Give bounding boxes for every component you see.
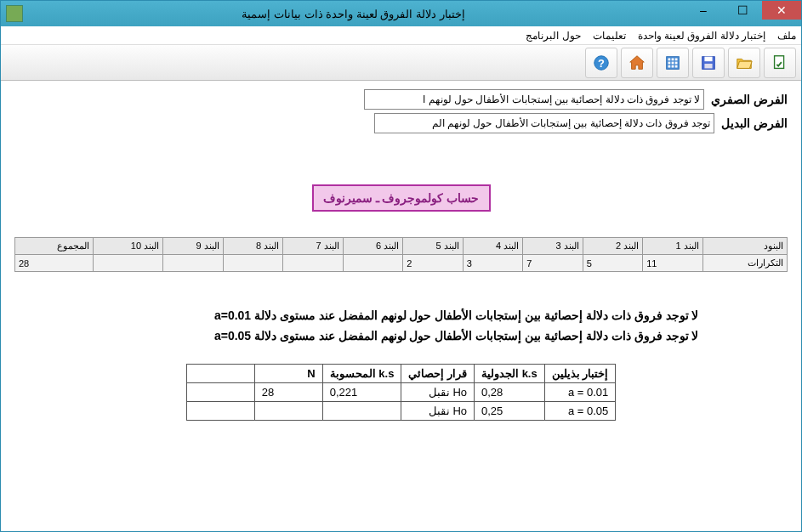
grid-cell[interactable]: 7	[523, 255, 583, 272]
result-header: k.s المحسوبة	[322, 364, 401, 382]
grid-header: البنود	[702, 238, 787, 255]
grid-cell[interactable]	[93, 255, 162, 272]
grid-header: البند 10	[93, 238, 162, 255]
calculate-button[interactable]: حساب كولموجروف ـ سميرنوف	[312, 184, 491, 212]
grid-cell[interactable]: 3	[463, 255, 523, 272]
window-title: إختبار دلالة الفروق لعينة واحدة ذات بيان…	[23, 8, 684, 20]
result-cell: 0,28	[475, 382, 545, 401]
svg-rect-9	[672, 61, 674, 64]
svg-rect-7	[675, 58, 678, 60]
result-cell: Ho نقبل	[401, 401, 475, 420]
results-table: إختبار بذيلين k.s الجدولية قرار إحصائي k…	[186, 364, 617, 421]
svg-rect-13	[675, 65, 678, 67]
result-cell: 0,25	[475, 401, 545, 420]
table-row: a = 0.05 0,25 Ho نقبل	[186, 401, 616, 420]
grid-header: البند 3	[523, 238, 583, 255]
svg-rect-5	[668, 58, 671, 60]
app-window: إختبار دلالة الفروق لعينة واحدة ذات بيان…	[0, 0, 802, 532]
maximize-button[interactable]: ☐	[723, 1, 762, 20]
result-cell: a = 0.05	[544, 401, 616, 420]
grid-header: البند 8	[223, 238, 283, 255]
minimize-button[interactable]: –	[684, 1, 723, 20]
alt-hypothesis-input[interactable]	[374, 113, 714, 133]
summary-text: لا توجد فروق ذات دلالة إحصائية بين إستجا…	[104, 306, 699, 347]
grid-cell[interactable]: 2	[403, 255, 464, 272]
result-header	[186, 364, 254, 382]
grid-header: البند 5	[403, 238, 464, 255]
menu-test[interactable]: إختبار دلالة الفروق لعينة واحدة	[638, 30, 765, 42]
result-cell	[186, 382, 254, 401]
app-icon	[6, 5, 23, 22]
folder-open-icon[interactable]	[728, 48, 760, 78]
keypad-icon[interactable]	[657, 48, 689, 78]
help-icon[interactable]: ?	[585, 48, 617, 78]
grid-header: البند 1	[643, 238, 703, 255]
grid-cell[interactable]: 28	[15, 255, 94, 272]
svg-rect-3	[704, 63, 712, 68]
grid-cell[interactable]	[163, 255, 224, 272]
content-area: الفرض الصفري الفرض البديل حساب كولموجروف…	[1, 81, 801, 531]
svg-rect-12	[672, 65, 674, 67]
summary-line: لا توجد فروق ذات دلالة إحصائية بين إستجا…	[104, 306, 699, 326]
data-grid[interactable]: البنود البند 1 البند 2 البند 3 البند 4 ا…	[14, 237, 788, 272]
svg-rect-10	[675, 61, 678, 64]
result-cell: a = 0.01	[544, 382, 616, 401]
grid-cell[interactable]	[223, 255, 283, 272]
null-hypothesis-label: الفرض الصفري	[711, 93, 788, 106]
menu-file[interactable]: ملف	[777, 30, 796, 42]
null-hypothesis-input[interactable]	[364, 89, 704, 110]
svg-rect-8	[668, 61, 671, 64]
svg-text:?: ?	[598, 56, 605, 69]
toolbar: ?	[1, 45, 801, 81]
result-cell	[186, 401, 254, 420]
result-cell	[254, 401, 322, 420]
grid-cell[interactable]	[343, 255, 403, 272]
result-cell: 28	[254, 382, 322, 401]
grid-header: البند 2	[583, 238, 643, 255]
close-button[interactable]: ✕	[762, 1, 801, 20]
titlebar: إختبار دلالة الفروق لعينة واحدة ذات بيان…	[1, 1, 801, 26]
result-cell: 0,221	[322, 382, 401, 401]
home-icon[interactable]	[621, 48, 653, 78]
table-row: a = 0.01 0,28 Ho نقبل 0,221 28	[186, 382, 616, 401]
grid-cell[interactable]: 11	[643, 255, 703, 272]
grid-cell[interactable]: 5	[583, 255, 643, 272]
grid-cell[interactable]	[283, 255, 344, 272]
result-cell: Ho نقبل	[401, 382, 475, 401]
refresh-doc-icon[interactable]	[764, 48, 796, 78]
menu-help[interactable]: تعليمات	[593, 30, 626, 42]
result-header: إختبار بذيلين	[544, 364, 616, 382]
grid-header: البند 6	[343, 238, 403, 255]
result-header: k.s الجدولية	[475, 364, 545, 382]
save-icon[interactable]	[692, 48, 725, 78]
menubar: ملف إختبار دلالة الفروق لعينة واحدة تعلي…	[1, 26, 801, 45]
alt-hypothesis-label: الفرض البديل	[721, 116, 788, 130]
grid-header: المجموع	[15, 238, 94, 255]
svg-rect-11	[668, 65, 671, 67]
svg-rect-2	[704, 56, 712, 61]
grid-row-label: التكرارات	[702, 255, 787, 272]
svg-rect-0	[775, 55, 784, 68]
grid-header: البند 4	[463, 238, 523, 255]
grid-header: البند 7	[283, 238, 344, 255]
summary-line: لا توجد فروق ذات دلالة إحصائية بين إستجا…	[104, 326, 699, 347]
grid-header: البند 9	[163, 238, 224, 255]
result-header: N	[254, 364, 322, 382]
menu-about[interactable]: حول البرنامج	[526, 30, 580, 42]
svg-rect-6	[672, 58, 674, 60]
result-header: قرار إحصائي	[401, 364, 475, 382]
result-cell	[322, 401, 401, 420]
